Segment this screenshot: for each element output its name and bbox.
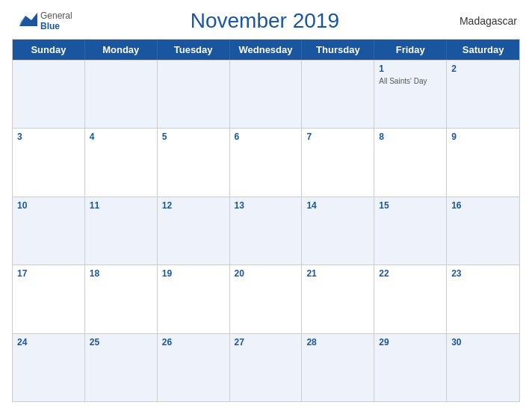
day-number: 3 <box>17 132 80 143</box>
day-cell: 5 <box>158 129 230 196</box>
day-cell: 30 <box>447 334 519 401</box>
day-number: 19 <box>162 268 225 280</box>
day-cell: 2 <box>447 61 519 128</box>
day-cell: 29 <box>374 334 447 401</box>
day-number: 1 <box>379 64 442 75</box>
calendar-title: November 2019 <box>72 9 457 33</box>
day-cell: 16 <box>447 197 519 265</box>
week-row-2: 10111213141516 <box>13 197 519 265</box>
day-cell: 13 <box>230 197 303 265</box>
day-number: 27 <box>235 337 297 349</box>
day-number: 14 <box>306 200 369 212</box>
calendar-header: General Blue November 2019 Madagascar <box>12 9 520 33</box>
day-cell: 19 <box>158 265 230 333</box>
day-number: 8 <box>379 132 442 143</box>
day-cell: 17 <box>13 265 85 333</box>
day-cell: 8 <box>374 129 447 196</box>
day-cell: 1All Saints' Day <box>374 61 447 128</box>
day-cell: 11 <box>85 197 158 265</box>
day-cell <box>85 61 158 128</box>
day-number: 24 <box>17 337 80 349</box>
day-number: 16 <box>451 200 515 212</box>
day-number: 30 <box>451 337 515 349</box>
logo-blue-text: Blue <box>40 21 72 31</box>
weeks-container: 1All Saints' Day234567891011121314151617… <box>13 60 519 401</box>
day-cell <box>230 61 303 128</box>
day-header-tuesday: Tuesday <box>158 40 230 60</box>
day-number: 2 <box>451 64 515 75</box>
day-cell: 22 <box>374 265 447 333</box>
day-cell: 7 <box>302 129 374 196</box>
day-cell: 4 <box>85 129 158 196</box>
day-cell: 25 <box>85 334 158 401</box>
day-number: 11 <box>90 200 152 212</box>
day-cell: 18 <box>85 265 158 333</box>
day-cell: 9 <box>447 129 519 196</box>
day-number: 20 <box>235 268 297 280</box>
day-number: 17 <box>17 268 80 280</box>
day-number: 12 <box>162 200 225 212</box>
day-header-sunday: Sunday <box>13 40 85 60</box>
week-row-4: 24252627282930 <box>13 333 519 401</box>
day-number: 26 <box>162 337 225 349</box>
day-event: All Saints' Day <box>379 77 442 85</box>
day-cell: 6 <box>230 129 303 196</box>
day-number: 6 <box>235 132 297 143</box>
day-header-thursday: Thursday <box>302 40 374 60</box>
day-cell <box>158 61 230 128</box>
week-row-1: 3456789 <box>13 128 519 196</box>
day-cell: 23 <box>447 265 519 333</box>
day-header-saturday: Saturday <box>447 40 519 60</box>
day-cell: 21 <box>302 265 374 333</box>
logo-bird-icon <box>15 10 37 32</box>
day-cell: 10 <box>13 197 85 265</box>
day-number: 28 <box>306 337 369 349</box>
day-number: 23 <box>451 268 515 280</box>
day-cell <box>302 61 374 128</box>
day-number: 29 <box>379 337 442 349</box>
week-row-0: 1All Saints' Day2 <box>13 60 519 128</box>
country-label: Madagascar <box>457 15 517 27</box>
day-cell: 14 <box>302 197 374 265</box>
day-cell: 28 <box>302 334 374 401</box>
day-number: 7 <box>306 132 369 143</box>
day-cell <box>13 61 85 128</box>
svg-marker-0 <box>19 13 37 26</box>
day-cell: 27 <box>230 334 303 401</box>
logo-text: General Blue <box>40 10 72 32</box>
day-cell: 24 <box>13 334 85 401</box>
day-cell: 15 <box>374 197 447 265</box>
calendar-grid: SundayMondayTuesdayWednesdayThursdayFrid… <box>12 39 520 402</box>
day-number: 5 <box>162 132 225 143</box>
day-cell: 26 <box>158 334 230 401</box>
day-number: 22 <box>379 268 442 280</box>
logo-general-text: General <box>40 10 72 21</box>
day-number: 10 <box>17 200 80 212</box>
logo: General Blue <box>15 10 72 32</box>
day-header-monday: Monday <box>85 40 158 60</box>
day-number: 18 <box>90 268 152 280</box>
day-number: 25 <box>90 337 152 349</box>
day-headers-row: SundayMondayTuesdayWednesdayThursdayFrid… <box>13 40 519 60</box>
day-number: 4 <box>90 132 152 143</box>
day-number: 21 <box>306 268 369 280</box>
week-row-3: 17181920212223 <box>13 265 519 333</box>
day-number: 9 <box>451 132 515 143</box>
day-cell: 12 <box>158 197 230 265</box>
day-number: 15 <box>379 200 442 212</box>
day-header-friday: Friday <box>374 40 447 60</box>
day-number: 13 <box>235 200 297 212</box>
day-cell: 20 <box>230 265 303 333</box>
day-cell: 3 <box>13 129 85 196</box>
day-header-wednesday: Wednesday <box>230 40 303 60</box>
